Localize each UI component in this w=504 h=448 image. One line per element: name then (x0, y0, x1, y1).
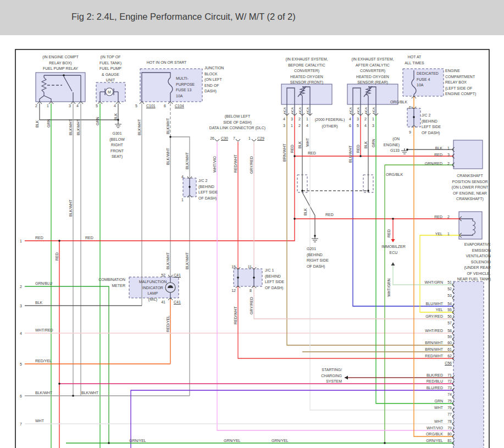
junction-dot (301, 190, 303, 192)
g201-ground (312, 236, 318, 242)
junction-dot (253, 276, 255, 279)
starting-charging-arrow (345, 376, 348, 380)
junction-block-box (140, 69, 202, 102)
blkwht-branch-wire (170, 137, 190, 178)
wiring-diagram-page: Fig 2: 2.4L, Engine Performance Circuit,… (0, 0, 504, 448)
junction-dot (367, 190, 369, 192)
junction-dot (314, 235, 316, 237)
junction-dot (72, 395, 74, 397)
junction-dot (293, 218, 296, 220)
junction-dot (359, 155, 362, 157)
crankshaft-sensor-box (453, 140, 483, 169)
redwht-ecm-wire (238, 286, 453, 358)
junction-dot (406, 148, 408, 151)
junction-dot (63, 74, 65, 76)
fuel-pump-motor (106, 88, 113, 96)
connector-arc (215, 139, 219, 141)
junction-dot (189, 186, 191, 188)
immobilizer-arrow (391, 239, 395, 242)
ecm-box (453, 281, 484, 448)
g301-ground (115, 122, 121, 128)
connector-arc (252, 139, 256, 141)
junction-dot (237, 276, 239, 279)
whtgrn-immo-wire (393, 264, 453, 285)
o2f-brnwht-wire (287, 115, 453, 345)
row2-grnblu-wire (25, 286, 109, 443)
o2r-grn-wire (376, 115, 453, 403)
whtgrn-arrow (391, 262, 395, 266)
o2f-wht-wire (310, 115, 453, 410)
connector-arc (236, 139, 240, 141)
junction-dot (384, 442, 386, 444)
fuel-pump-relay-box (36, 73, 85, 102)
junction-dot (169, 136, 171, 138)
wiring-diagram-canvas (0, 0, 504, 448)
junction-dot (58, 240, 60, 242)
junction-dot (413, 116, 415, 118)
junction-dot (392, 218, 394, 220)
o2f-blk-ground-wire (302, 192, 315, 236)
engine-compt-relay-box (403, 69, 444, 96)
junction-dot (58, 383, 60, 385)
junction-dot (117, 119, 119, 121)
junction-dot (108, 442, 110, 444)
gryred-ecm-wire (254, 286, 453, 319)
junction-dot (293, 155, 296, 157)
blured-73-wire (131, 390, 453, 448)
